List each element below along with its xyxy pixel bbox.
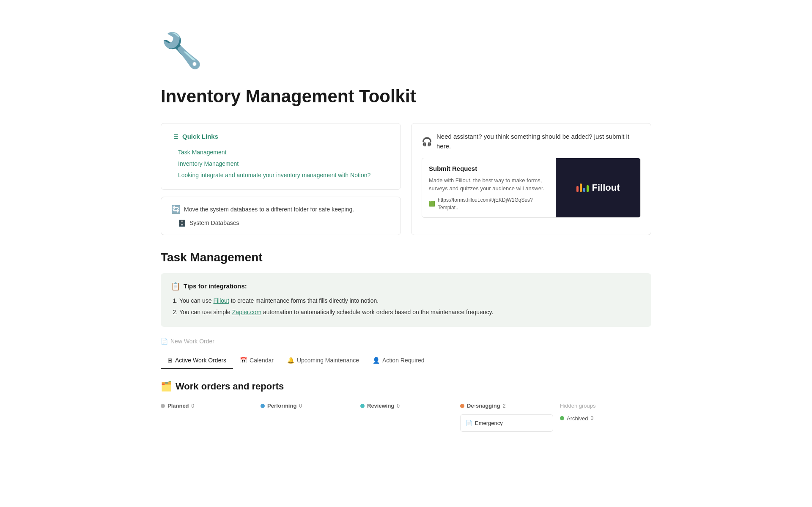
tip2-after: automation to automatically schedule wor…	[263, 309, 494, 315]
cycle-icon: 🔄	[171, 204, 181, 215]
tab-calendar-label: Calendar	[250, 356, 274, 365]
kanban-col-performing: Performing 0	[261, 402, 354, 435]
quick-link-task[interactable]: Task Management	[171, 147, 390, 158]
tab-calendar-icon: 📅	[240, 356, 247, 365]
kanban-col-performing-header: Performing 0	[261, 402, 354, 410]
top-two-col: Quick Links Task Management Inventory Ma…	[161, 123, 651, 235]
tip1-after: to create maintenance forms that fills d…	[231, 297, 379, 304]
system-db-link[interactable]: 🗄️ System Databases	[171, 219, 390, 228]
planned-dot	[161, 404, 165, 408]
tips-list: You can use Fillout to create maintenanc…	[171, 296, 641, 317]
new-work-order-label: New Work Order	[170, 337, 214, 346]
new-work-order-button[interactable]: 📄 New Work Order	[161, 335, 651, 348]
quick-links-title: Quick Links	[182, 132, 218, 142]
desnagging-label: De-snagging	[467, 402, 500, 410]
task-management-title: Task Management	[161, 249, 651, 266]
fillout-right[interactable]: Fillout	[556, 158, 640, 217]
assistant-header: 🎧 Need assistant? you think something sh…	[422, 132, 641, 151]
quick-link-inventory[interactable]: Inventory Management	[171, 158, 390, 170]
board-title-text: Work orders and reports	[176, 379, 284, 393]
kanban-board: Planned 0 Performing 0 Reviewing 0	[161, 402, 651, 435]
reviewing-dot	[360, 404, 365, 408]
planned-count: 0	[192, 402, 195, 410]
archived-dot	[560, 416, 564, 420]
performing-dot	[261, 404, 265, 408]
quick-link-integrate[interactable]: Looking integrate and automate your inve…	[171, 170, 390, 181]
archived-count: 0	[591, 414, 594, 422]
tips-header: 📋 Tips for integrations:	[171, 281, 641, 292]
kanban-col-desnagging-header: De-snagging 2	[460, 402, 553, 410]
tips-header-text: Tips for integrations:	[184, 282, 247, 291]
hidden-group-archived[interactable]: Archived 0	[560, 414, 628, 423]
page-title: Inventory Management Toolkit	[161, 83, 651, 110]
fillout-left: Submit Request Made with Fillout, the be…	[422, 158, 556, 217]
desnagging-count: 2	[503, 402, 506, 410]
fillout-url-text: https://forms.fillout.com/t/jEKDjW1GqSus…	[438, 196, 549, 211]
system-db-header: 🔄 Move the system databases to a differe…	[171, 204, 390, 215]
kanban-col-planned: Planned 0	[161, 402, 254, 435]
fillout-url-row: 🟩 https://forms.fillout.com/t/jEKDjW1GqS…	[429, 196, 549, 211]
list-icon	[171, 133, 179, 140]
fillout-logo-bars	[576, 184, 589, 192]
tip2-before: You can use simple	[179, 309, 232, 315]
fillout-desc: Made with Fillout, the best way to make …	[429, 176, 549, 193]
tab-action-required[interactable]: 👤 Action Required	[366, 353, 431, 369]
quick-links-header: Quick Links	[171, 132, 390, 142]
hidden-groups-label: Hidden groups	[560, 402, 628, 410]
tab-upcoming-maintenance[interactable]: 🔔 Upcoming Maintenance	[280, 353, 366, 369]
tab-active-work-orders-label: Active Work Orders	[175, 356, 226, 365]
tip-item-1: You can use Fillout to create maintenanc…	[179, 296, 641, 305]
fillout-submit-title: Submit Request	[429, 164, 549, 174]
tab-maintenance-icon: 🔔	[287, 356, 294, 365]
kanban-card-emergency[interactable]: 📄 Emergency	[460, 414, 553, 432]
desnagging-dot	[460, 404, 464, 408]
headset-icon: 🎧	[422, 135, 432, 148]
tips-box: 📋 Tips for integrations: You can use Fil…	[161, 273, 651, 327]
tabs-row: ⊞ Active Work Orders 📅 Calendar 🔔 Upcomi…	[161, 353, 651, 369]
assistant-card: 🎧 Need assistant? you think something sh…	[411, 123, 651, 235]
tab-action-required-label: Action Required	[382, 356, 425, 365]
fillout-url-icon: 🟩	[429, 200, 435, 208]
new-work-order-icon: 📄	[161, 337, 168, 346]
db-icon: 🗄️	[178, 219, 186, 228]
fillout-embed: Submit Request Made with Fillout, the be…	[422, 158, 641, 218]
archived-label: Archived	[567, 414, 588, 423]
kanban-col-reviewing-header: Reviewing 0	[360, 402, 453, 410]
tab-table-icon: ⊞	[167, 356, 173, 365]
planned-label: Planned	[167, 402, 189, 410]
tab-upcoming-maintenance-label: Upcoming Maintenance	[297, 356, 359, 365]
quick-links-card: Quick Links Task Management Inventory Ma…	[161, 123, 401, 190]
tip-item-2: You can use simple Zapier.com automation…	[179, 308, 641, 317]
emergency-card-icon: 📄	[466, 419, 472, 428]
left-col: Quick Links Task Management Inventory Ma…	[161, 123, 401, 235]
kanban-col-planned-header: Planned 0	[161, 402, 254, 410]
tab-calendar[interactable]: 📅 Calendar	[233, 353, 280, 369]
page-container: 🔧 Inventory Management Toolkit Quick Lin…	[127, 0, 685, 460]
system-db-move-text: Move the system databases to a different…	[184, 205, 354, 214]
performing-label: Performing	[267, 402, 296, 410]
tab-active-work-orders[interactable]: ⊞ Active Work Orders	[161, 353, 233, 369]
hidden-groups-col: Hidden groups Archived 0	[560, 402, 628, 435]
kanban-col-desnagging: De-snagging 2 📄 Emergency	[460, 402, 553, 435]
kanban-col-reviewing: Reviewing 0	[360, 402, 453, 435]
board-title-icon: 🗂️	[161, 379, 172, 393]
system-db-label: System Databases	[189, 219, 239, 227]
performing-count: 0	[299, 402, 302, 410]
tip1-link[interactable]: Fillout	[213, 297, 229, 304]
tip2-link[interactable]: Zapier.com	[232, 309, 261, 315]
page-icon: 🔧	[161, 25, 651, 76]
emergency-card-label: Emergency	[475, 419, 503, 428]
fillout-brand-label: Fillout	[592, 181, 620, 195]
clipboard-icon: 📋	[171, 281, 180, 292]
assistant-header-text: Need assistant? you think something shou…	[436, 132, 641, 151]
reviewing-label: Reviewing	[367, 402, 394, 410]
reviewing-count: 0	[397, 402, 400, 410]
system-db-card: 🔄 Move the system databases to a differe…	[161, 197, 401, 236]
board-title: 🗂️ Work orders and reports	[161, 379, 651, 393]
tab-action-icon: 👤	[373, 356, 380, 365]
tip1-before: You can use	[179, 297, 213, 304]
